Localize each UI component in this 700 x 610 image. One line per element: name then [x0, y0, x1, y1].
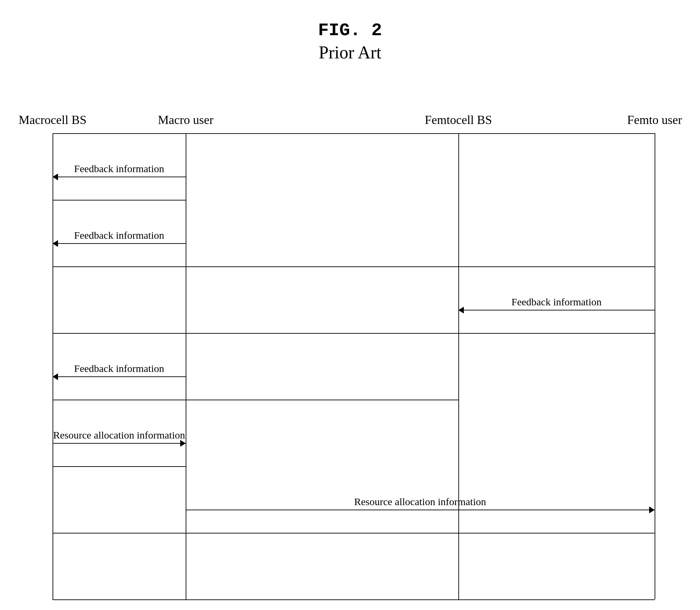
hline-1: [53, 200, 186, 200]
vline-femtocell_bs: [458, 133, 459, 599]
arrow-label-5: Resource allocation information: [354, 496, 486, 508]
arrow-2: Feedback information: [458, 310, 655, 310]
arrow-3: Feedback information: [53, 376, 186, 377]
hline-3: [53, 333, 655, 334]
hline-4: [53, 400, 458, 400]
arrow-label-2: Feedback information: [511, 296, 601, 308]
col-label-femtocell_bs: Femtocell BS: [417, 113, 499, 127]
arrow-4: Resource allocation information: [53, 443, 186, 444]
hline-6: [53, 533, 655, 533]
arrow-5: Resource allocation information: [186, 510, 655, 510]
arrow-0: Feedback information: [53, 177, 186, 177]
hline-0: [53, 133, 655, 134]
page-title: FIG. 2 Prior Art: [0, 0, 700, 63]
col-label-femto_user: Femto user: [614, 113, 696, 127]
arrow-label-1: Feedback information: [74, 230, 164, 241]
hline-7: [53, 599, 655, 600]
arrow-1: Feedback information: [53, 243, 186, 244]
arrow-label-0: Feedback information: [74, 163, 164, 175]
fig-label: FIG. 2: [0, 20, 700, 41]
col-label-macro_user: Macro user: [145, 113, 227, 127]
sequence-diagram: Macrocell BSMacro userFemtocell BSFemto …: [0, 113, 700, 610]
arrow-label-4: Resource allocation information: [53, 429, 185, 441]
hline-2: [53, 266, 655, 267]
vline-macrocell_bs: [53, 133, 53, 599]
col-label-macrocell_bs: Macrocell BS: [12, 113, 94, 127]
vline-femto_user: [655, 133, 655, 599]
subtitle: Prior Art: [0, 42, 700, 63]
arrow-label-3: Feedback information: [74, 363, 164, 374]
vline-macro_user: [186, 133, 186, 599]
hline-5: [53, 466, 186, 467]
